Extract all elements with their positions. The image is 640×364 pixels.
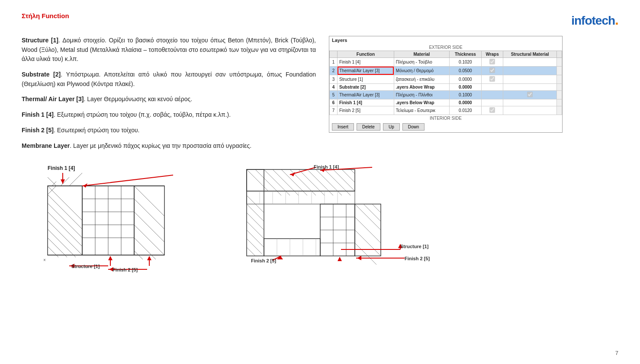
scroll-col <box>557 91 562 99</box>
svg-line-45 <box>247 169 268 191</box>
svg-line-7 <box>48 238 67 257</box>
scroll-col <box>557 106 562 115</box>
table-row: 6Finish 1 [4].ayers Below Wrap0.0000 <box>330 99 562 106</box>
paragraph-finish2: Finish 2 [5]. Εσωτερική στρώση του τοίχο… <box>22 126 316 135</box>
svg-line-24 <box>134 199 164 229</box>
row-material: Τελείωμα - Εσωτερικ <box>394 106 449 115</box>
logo: infotech. <box>571 12 618 28</box>
svg-line-86 <box>372 204 381 213</box>
row-material: .ayers Above Wrap <box>394 84 449 91</box>
row-thickness: 0.0120 <box>449 106 481 115</box>
svg-line-56 <box>342 169 355 182</box>
row-thickness: 0.0000 <box>449 99 481 106</box>
row-wraps <box>481 99 503 106</box>
finish1-text: . Εξωτερική στρώση του τοίχου (π.χ. σοβά… <box>54 111 231 118</box>
svg-marker-34 <box>108 256 113 260</box>
row-material: Πλήρωση - Πλίνθοι <box>394 91 449 99</box>
svg-line-84 <box>355 243 376 265</box>
svg-rect-58 <box>247 191 355 204</box>
scroll-col <box>557 58 562 67</box>
paragraph-finish1: Finish 1 [4]. Εξωτερική στρώση του τοίχο… <box>22 110 316 120</box>
row-num: 4 <box>330 84 338 91</box>
structure-bold: Structure [1] <box>22 37 58 44</box>
table-row: 5Thermal/Air Layer [3]Πλήρωση - Πλίνθοι0… <box>330 91 562 99</box>
logo-tech: tech <box>592 14 615 27</box>
row-structural <box>503 58 557 67</box>
svg-marker-99 <box>338 257 342 261</box>
svg-line-68 <box>247 204 264 221</box>
thermal-text: . Layer Θερμομόνωσης και κενού αέρος. <box>84 96 192 102</box>
svg-line-69 <box>247 213 264 230</box>
content-area: Structure [1]. Δομικό στοιχείο. Ορίζει τ… <box>22 36 618 156</box>
right-finish2b-label: Finish 2 [5] <box>405 256 430 261</box>
right-finish1-label: Finish 1 [4] <box>314 165 339 169</box>
svg-line-55 <box>333 169 355 191</box>
svg-line-11 <box>69 173 82 186</box>
diagrams-area: Finish 1 [4] <box>22 165 618 274</box>
col-num <box>330 51 338 58</box>
down-button[interactable]: Down <box>402 123 425 131</box>
row-function: Thermal/Air Layer [3] <box>338 67 394 75</box>
row-structural <box>503 106 557 115</box>
svg-line-85 <box>363 204 381 221</box>
substrate-text: . Υπόστρωμα. Αποτελείται από υλικό που λ… <box>22 71 316 87</box>
layers-panel: Layers EXTERIOR SIDE Function Material T… <box>329 36 563 133</box>
row-material: Μόνωση / Θερμομό <box>394 67 449 75</box>
row-structural <box>503 84 557 91</box>
svg-marker-32 <box>61 179 65 184</box>
scroll-col <box>557 99 562 106</box>
row-num: 1 <box>330 58 338 67</box>
svg-text:×: × <box>43 258 46 262</box>
svg-line-1 <box>48 186 82 220</box>
col-structural: Structural Material <box>503 51 557 58</box>
logo-info: info <box>571 14 592 27</box>
paragraph-membrane: Membrane Layer. Layer με μηδενικό πάχος … <box>22 141 316 151</box>
col-wraps: Wraps <box>481 51 503 58</box>
svg-marker-104 <box>357 256 361 260</box>
finish2-bold: Finish 2 [5] <box>22 127 54 134</box>
svg-line-73 <box>247 247 255 256</box>
row-thickness: 0.0500 <box>449 67 481 75</box>
exterior-label: EXTERIOR SIDE <box>329 44 562 51</box>
row-structural <box>503 91 557 99</box>
svg-line-5 <box>48 220 82 255</box>
delete-button[interactable]: Delete <box>357 123 380 131</box>
table-row: 2Thermal/Air Layer [3]Μόνωση / Θερμομό0.… <box>330 67 562 75</box>
paragraph-structure: Structure [1]. Δομικό στοιχείο. Ορίζει τ… <box>22 36 316 64</box>
right-diagram-svg: Finish 1 [4] Finish 2 [5] Structure [1] … <box>234 165 467 265</box>
structure-text: . Δομικό στοιχείο. Ορίζει το βασικό στοι… <box>22 37 316 62</box>
row-material: ζατασκευή - επικάλυ <box>394 75 449 84</box>
svg-line-2 <box>48 195 82 229</box>
left-structure-label: Structure [1] <box>71 264 100 269</box>
svg-line-3 <box>48 203 82 238</box>
svg-line-72 <box>247 239 262 254</box>
left-text-panel: Structure [1]. Δομικό στοιχείο. Ορίζει τ… <box>22 36 316 156</box>
finish1-bold: Finish 1 [4] <box>22 111 54 118</box>
row-function: Structure [1] <box>338 75 394 84</box>
insert-button[interactable]: Insert <box>332 123 354 131</box>
scroll-col <box>557 84 562 91</box>
membrane-bold: Membrane Layer <box>22 142 70 149</box>
svg-line-70 <box>247 221 264 239</box>
page-title: Στήλη Function <box>22 12 69 19</box>
right-finish2-label: Finish 2 [5] <box>251 258 276 263</box>
table-row: 4Substrate [2].ayers Above Wrap0.0000 <box>330 84 562 91</box>
left-finish2-label: Finish 2 [5] <box>113 267 138 272</box>
svg-line-26 <box>134 225 164 255</box>
substrate-bold: Substrate [2] <box>22 71 61 78</box>
layers-table: Function Material Thickness Wraps Struct… <box>329 51 562 115</box>
right-structure-label: Structure [1] <box>400 244 429 249</box>
left-finish1-label: Finish 1 [4] <box>48 165 208 171</box>
row-structural <box>503 75 557 84</box>
svg-line-46 <box>255 169 281 195</box>
row-function: Substrate [2] <box>338 84 394 91</box>
paragraph-thermal: Thermal/ Air Layer [3]. Layer Θερμομόνωσ… <box>22 95 316 104</box>
table-row: 1Finish 1 [4]Πλήρωση - Τούβλο0.1020 <box>330 58 562 67</box>
col-function: Function <box>338 51 394 58</box>
page-number: 7 <box>615 350 618 356</box>
row-wraps <box>481 84 503 91</box>
up-button[interactable]: Up <box>383 123 400 131</box>
row-num: 5 <box>330 91 338 99</box>
row-wraps <box>481 106 503 115</box>
col-scroll <box>557 51 562 58</box>
